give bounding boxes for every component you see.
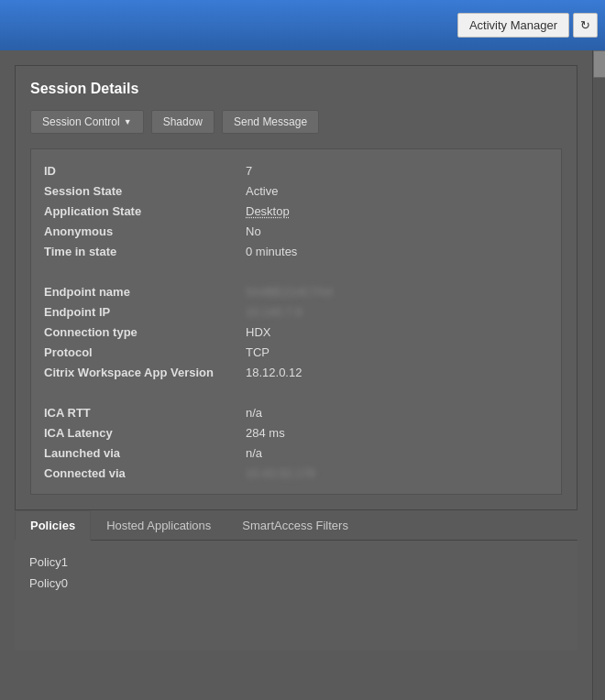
info-value: 0 minutes [246, 245, 297, 258]
info-label: Endpoint name [44, 285, 246, 299]
refresh-button[interactable]: ↻ [573, 13, 598, 38]
info-row-spacer [44, 382, 548, 402]
info-label: Protocol [44, 345, 246, 359]
info-value: n/a [246, 406, 262, 420]
info-value: n/a [246, 446, 262, 460]
info-label: Session State [44, 184, 246, 198]
scrollbar-thumb[interactable] [593, 50, 605, 78]
tabs-bar: PoliciesHosted ApplicationsSmartAccess F… [15, 510, 578, 541]
info-label: Anonymous [44, 224, 246, 238]
info-table: ID7Session StateActiveApplication StateD… [30, 148, 562, 495]
info-label: Connection type [44, 325, 246, 339]
info-label: Time in state [44, 245, 246, 258]
info-row: ICA Latency284 ms [44, 422, 548, 443]
session-details-panel: Session Details Session Control ▼ Shadow… [15, 65, 578, 510]
policy-item: Policy1 [29, 552, 563, 573]
info-label: Citrix Workspace App Version [44, 366, 246, 379]
info-label: Endpoint IP [44, 305, 246, 319]
info-value: TCP [246, 345, 270, 359]
info-label: Application State [44, 204, 246, 218]
send-message-button[interactable]: Send Message [222, 110, 319, 134]
button-row: Session Control ▼ Shadow Send Message [30, 110, 562, 134]
info-row: Endpoint IP10.140.7.9 [44, 301, 548, 322]
info-row: Session StateActive [44, 180, 548, 201]
info-value: HDX [246, 325, 270, 339]
info-row: Endpoint name5A4BE214C7A4 [44, 281, 548, 301]
info-row: ID7 [44, 160, 548, 180]
info-value: 10.140.7.9 [246, 305, 302, 319]
activity-manager-button[interactable]: Activity Manager [457, 13, 569, 38]
info-row: Citrix Workspace App Version18.12.0.12 [44, 362, 548, 382]
tab-smartaccess-filters[interactable]: SmartAccess Filters [226, 510, 364, 540]
info-label: ICA Latency [44, 426, 246, 440]
info-label: ICA RTT [44, 406, 246, 420]
info-value: 284 ms [246, 426, 285, 440]
info-row-spacer [44, 261, 548, 281]
info-label: Launched via [44, 446, 246, 460]
scrollbar[interactable] [592, 50, 605, 700]
info-value: Active [246, 184, 278, 198]
tab-policies[interactable]: Policies [15, 510, 91, 541]
info-row: Time in state0 minutes [44, 241, 548, 261]
policy-item: Policy0 [29, 573, 563, 594]
info-value: Desktop [246, 204, 290, 218]
info-row: Connection typeHDX [44, 322, 548, 342]
info-row: ProtocolTCP [44, 342, 548, 362]
refresh-icon: ↻ [580, 18, 590, 32]
shadow-button[interactable]: Shadow [151, 110, 214, 134]
tab-content: Policy1Policy0 [15, 541, 578, 651]
info-value: 10.43.52.178 [246, 466, 315, 480]
info-row: AnonymousNo [44, 221, 548, 241]
info-value: 18.12.0.12 [246, 366, 302, 379]
main-wrapper: Session Details Session Control ▼ Shadow… [0, 50, 605, 700]
info-value: 5A4BE214C7A4 [246, 285, 333, 299]
info-row: Launched vian/a [44, 443, 548, 463]
content-area: Session Details Session Control ▼ Shadow… [0, 50, 592, 700]
info-row: Application StateDesktop [44, 201, 548, 221]
session-control-button[interactable]: Session Control ▼ [30, 110, 144, 134]
top-bar: Activity Manager ↻ [0, 0, 605, 50]
panel-title: Session Details [30, 81, 562, 97]
info-row: ICA RTTn/a [44, 402, 548, 422]
info-row: Connected via10.43.52.178 [44, 463, 548, 483]
info-value: No [246, 224, 261, 238]
tab-hosted-applications[interactable]: Hosted Applications [91, 510, 226, 540]
info-label: ID [44, 164, 246, 178]
info-label: Connected via [44, 466, 246, 480]
info-value: 7 [246, 164, 252, 178]
dropdown-arrow-icon: ▼ [124, 117, 132, 126]
